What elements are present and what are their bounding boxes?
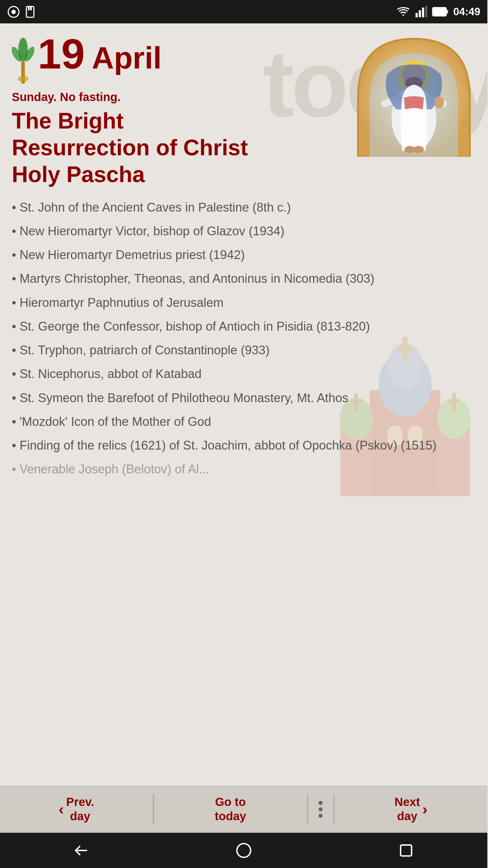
time-display: 04:49 <box>261 3 277 11</box>
svg-point-23 <box>238 84 244 88</box>
svg-point-17 <box>10 44 16 47</box>
svg-point-5 <box>232 8 233 9</box>
svg-point-21 <box>233 44 243 51</box>
svg-point-16 <box>13 26 20 36</box>
svg-rect-11 <box>249 5 257 9</box>
status-bar: 04:49 <box>0 0 281 14</box>
svg-rect-12 <box>257 6 258 8</box>
signal-icon <box>239 3 246 11</box>
christ-image <box>203 19 274 90</box>
svg-point-22 <box>233 84 239 88</box>
main-content: today 19 April <box>0 14 281 320</box>
svg-point-0 <box>5 4 11 10</box>
date-row: 19 April <box>7 19 274 49</box>
svg-point-19 <box>225 50 251 87</box>
status-right-icons: 04:49 <box>228 3 277 11</box>
battery-icon <box>249 4 258 10</box>
svg-rect-8 <box>243 4 244 10</box>
wifi-icon <box>228 3 236 11</box>
svg-point-1 <box>6 5 9 8</box>
svg-rect-9 <box>245 3 246 10</box>
svg-point-24 <box>250 56 256 62</box>
palm-icon <box>7 22 20 49</box>
svg-point-18 <box>229 35 248 54</box>
svg-rect-7 <box>241 6 242 10</box>
svg-rect-13 <box>12 35 14 48</box>
svg-rect-10 <box>249 4 257 9</box>
svg-rect-6 <box>239 7 241 10</box>
svg-point-15 <box>7 26 14 36</box>
status-left-icons <box>4 3 22 11</box>
svg-point-14 <box>11 22 16 35</box>
notification-icon <box>4 3 12 11</box>
svg-point-20 <box>231 37 245 50</box>
